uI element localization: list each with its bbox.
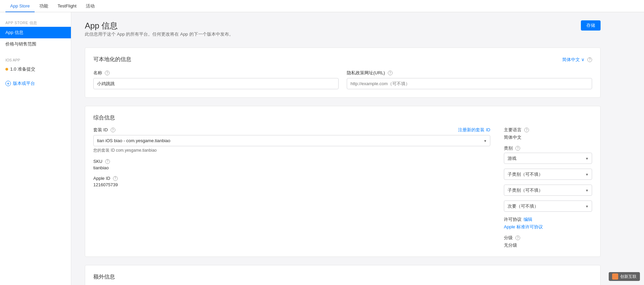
sku-value: tianbiao xyxy=(93,165,490,170)
license-standard-link[interactable]: Apple 标准许可协议 xyxy=(504,224,592,230)
localizable-section-title: 可本地化的信息 xyxy=(93,56,131,63)
sku-help-icon[interactable]: ? xyxy=(105,159,110,164)
apple-id-label: Apple ID ? xyxy=(93,176,490,181)
category-select[interactable]: 游戏 xyxy=(504,153,592,164)
sub-category1-field: 子类别（可不填） ▼ xyxy=(504,169,592,180)
bundle-id-help-icon[interactable]: ? xyxy=(111,128,115,132)
sub-category2-select-wrapper: 子类别（可不填） ▼ xyxy=(504,185,592,196)
add-platform-label: 版本或平台 xyxy=(13,80,35,87)
locale-chevron-icon: ∨ xyxy=(581,57,585,62)
rating-help-icon[interactable]: ? xyxy=(515,235,520,240)
sku-field-block: SKU ? tianbiao xyxy=(93,159,490,170)
primary-language-field: 主要语言 ? 简体中文 xyxy=(504,127,592,140)
primary-language-label: 主要语言 ? xyxy=(504,127,592,133)
locale-label: 简体中文 xyxy=(562,57,580,63)
sidebar-item-app-info[interactable]: App 信息 xyxy=(0,27,71,38)
register-bundle-link[interactable]: 注册新的套装 ID xyxy=(458,127,490,133)
privacy-url-label: 隐私政策网址(URL) ? xyxy=(347,70,592,76)
rating-value: 无分级 xyxy=(504,242,592,248)
bundle-id-header-row: 套装 ID ? 注册新的套装 ID xyxy=(93,127,490,133)
secondary-category-select[interactable]: 次要（可不填） xyxy=(504,201,592,212)
watermark-logo-icon xyxy=(612,273,618,280)
privacy-url-input[interactable] xyxy=(347,78,592,89)
secondary-category-select-wrapper: 次要（可不填） ▼ xyxy=(504,201,592,212)
sidebar-section-ios: IOS APP xyxy=(0,55,71,63)
apple-id-help-icon[interactable]: ? xyxy=(113,176,118,181)
primary-language-help-icon[interactable]: ? xyxy=(524,128,529,132)
sidebar-add-platform[interactable]: + 版本或平台 xyxy=(0,78,71,89)
bundle-id-note: 您的套装 ID com.yesgame.tianbiao xyxy=(93,148,490,153)
nav-features[interactable]: 功能 xyxy=(35,0,53,12)
name-field-group: 名称 ? xyxy=(93,70,339,89)
plus-icon: + xyxy=(5,81,11,86)
locale-help-icon[interactable]: ? xyxy=(587,57,592,62)
sidebar-item-version[interactable]: 1.0 准备提交 xyxy=(0,63,71,75)
nav-testflight[interactable]: TestFlight xyxy=(53,0,81,12)
sub-category1-select[interactable]: 子类别（可不填） xyxy=(504,169,592,180)
page-title: App 信息 xyxy=(85,20,233,31)
sku-label: SKU ? xyxy=(93,159,490,164)
sidebar-section-appstore: APP STORE 信息 xyxy=(0,18,71,27)
main-layout: APP STORE 信息 App 信息 价格与销售范围 IOS APP 1.0 … xyxy=(0,12,644,285)
watermark: 创新互联 xyxy=(609,272,640,281)
sub-category2-field: 子类别（可不填） ▼ xyxy=(504,185,592,196)
page-header: App 信息 此信息用于这个 App 的所有平台。任何更改将在 App 的下一个… xyxy=(85,20,601,45)
sub-category1-select-wrapper: 子类别（可不填） ▼ xyxy=(504,169,592,180)
bundle-id-select-wrapper: tian iOS biao - com.yesgame.tianbiao ▼ xyxy=(93,135,490,146)
license-label: 许可协议 编辑 xyxy=(504,216,592,223)
composite-left: 套装 ID ? 注册新的套装 ID tian iOS biao - com.ye… xyxy=(93,127,490,248)
page-subtitle: 此信息用于这个 App 的所有平台。任何更改将在 App 的下一个版本中发布。 xyxy=(85,31,233,37)
category-field: 类别 ? 游戏 ▼ xyxy=(504,145,592,164)
name-input[interactable] xyxy=(93,78,339,89)
license-field: 许可协议 编辑 Apple 标准许可协议 xyxy=(504,216,592,230)
composite-content-row: 套装 ID ? 注册新的套装 ID tian iOS biao - com.ye… xyxy=(93,127,592,248)
sidebar-version-label: 1.0 准备提交 xyxy=(10,66,35,72)
localizable-section: 可本地化的信息 简体中文 ∨ ? 名称 ? xyxy=(85,48,601,98)
bundle-id-label: 套装 ID ? xyxy=(93,127,115,133)
save-button[interactable]: 存储 xyxy=(581,20,601,31)
rating-label: 分级 ? xyxy=(504,235,592,241)
name-label: 名称 ? xyxy=(93,70,339,76)
locale-selector[interactable]: 简体中文 ∨ ? xyxy=(562,57,592,63)
privacy-help-icon[interactable]: ? xyxy=(388,71,393,75)
version-status-dot xyxy=(5,68,8,71)
name-help-icon[interactable]: ? xyxy=(105,71,110,75)
privacy-url-field-group: 隐私政策网址(URL) ? xyxy=(347,70,592,89)
sub-category2-select[interactable]: 子类别（可不填） xyxy=(504,185,592,196)
localizable-form-row: 名称 ? 隐私政策网址(URL) ? xyxy=(93,70,592,89)
top-navigation: App Store 功能 TestFlight 活动 xyxy=(0,0,644,12)
nav-activities[interactable]: 活动 xyxy=(81,0,99,12)
category-select-wrapper: 游戏 ▼ xyxy=(504,153,592,164)
category-label: 类别 ? xyxy=(504,145,592,151)
composite-right: 主要语言 ? 简体中文 类别 ? xyxy=(504,127,592,248)
rating-field: 分级 ? 无分级 xyxy=(504,235,592,248)
sidebar: APP STORE 信息 App 信息 价格与销售范围 IOS APP 1.0 … xyxy=(0,12,71,285)
composite-section: 综合信息 套装 ID ? 注册新的套装 ID xyxy=(85,106,601,257)
license-edit-link[interactable]: 编辑 xyxy=(524,216,532,223)
nav-app-store[interactable]: App Store xyxy=(5,0,35,12)
composite-section-title: 综合信息 xyxy=(93,114,592,121)
apple-id-value: 1216075739 xyxy=(93,182,490,187)
category-help-icon[interactable]: ? xyxy=(515,146,520,151)
primary-language-value: 简体中文 xyxy=(504,134,592,140)
extra-section-title: 额外信息 xyxy=(93,273,592,281)
watermark-text: 创新互联 xyxy=(620,274,637,280)
bundle-id-select[interactable]: tian iOS biao - com.yesgame.tianbiao xyxy=(93,135,490,146)
sidebar-item-pricing[interactable]: 价格与销售范围 xyxy=(0,38,71,50)
extra-section: 额外信息 xyxy=(85,265,601,285)
secondary-category-field: 次要（可不填） ▼ xyxy=(504,201,592,212)
apple-id-field-block: Apple ID ? 1216075739 xyxy=(93,176,490,187)
main-content: App 信息 此信息用于这个 App 的所有平台。任何更改将在 App 的下一个… xyxy=(71,12,644,285)
